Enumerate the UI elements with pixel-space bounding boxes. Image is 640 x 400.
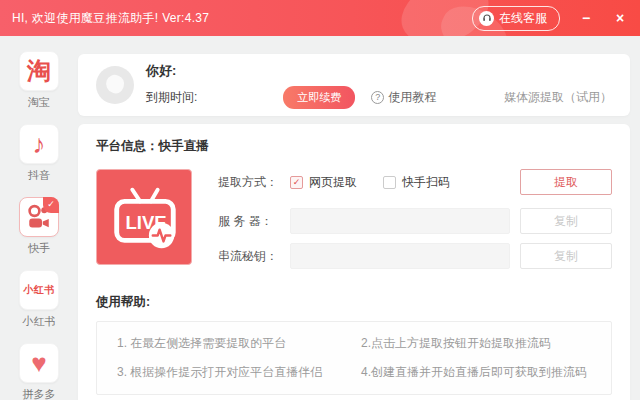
sidebar-item-douyin[interactable]: ♪ ✓ 抖音: [19, 124, 59, 183]
greeting-text: 你好:: [146, 62, 612, 80]
main-content: 你好: 到期时间: 立即续费 ? 使用教程 媒体源提取（试用） 平台信息：快手直…: [78, 36, 640, 400]
online-support-button[interactable]: 在线客服: [472, 6, 560, 31]
platform-panel: 平台信息：快手直播 LIVE: [78, 124, 630, 400]
minimize-button[interactable]: −: [578, 11, 594, 25]
help-title: 使用帮助:: [96, 294, 612, 311]
sidebar-item-pinduoduo[interactable]: ♥ ✓ 拼多多: [19, 343, 59, 400]
kuaishou-icon: ✓: [19, 197, 59, 237]
tutorial-label: 使用教程: [388, 89, 436, 106]
live-tv-icon: LIVE: [96, 169, 192, 265]
user-card: 你好: 到期时间: 立即续费 ? 使用教程 媒体源提取（试用）: [78, 54, 630, 116]
expire-time-label: 到期时间:: [146, 89, 197, 106]
server-input[interactable]: [290, 208, 510, 234]
copy-stream-key-button[interactable]: 复制: [520, 243, 612, 269]
checkbox-kuaishou-scan[interactable]: ✓ 快手扫码: [383, 174, 450, 191]
sidebar-item-label: 快手: [28, 241, 50, 256]
media-extract-link[interactable]: 媒体源提取（试用）: [504, 89, 612, 106]
sidebar-item-taobao[interactable]: 淘 ✓ 淘宝: [19, 51, 59, 110]
checkbox-icon: ✓: [290, 176, 303, 189]
close-button[interactable]: ×: [612, 11, 628, 25]
online-support-label: 在线客服: [499, 10, 547, 27]
checkbox-web-extract[interactable]: ✓ 网页提取: [290, 174, 357, 191]
stream-key-label: 串流秘钥：: [218, 248, 290, 265]
platform-sidebar: 淘 ✓ 淘宝 ♪ ✓ 抖音: [0, 36, 78, 400]
sidebar-item-xiaohongshu[interactable]: 小红书 ✓ 小红书: [19, 270, 59, 329]
selected-check-icon: ✓: [43, 197, 59, 213]
help-step-1: 1. 在最左侧选择需要提取的平台: [117, 335, 357, 352]
platform-info-title: 平台信息：快手直播: [96, 138, 612, 155]
help-box: 1. 在最左侧选择需要提取的平台 2.点击上方提取按钮开始提取推流码 3. 根据…: [96, 321, 612, 395]
copy-server-button[interactable]: 复制: [520, 208, 612, 234]
sidebar-item-label: 拼多多: [23, 387, 56, 400]
douyin-icon: ♪ ✓: [19, 124, 59, 164]
stream-key-input[interactable]: [290, 243, 510, 269]
extract-button[interactable]: 提取: [520, 169, 612, 195]
avatar: [96, 66, 134, 104]
taobao-icon: 淘 ✓: [19, 51, 59, 91]
renew-now-button[interactable]: 立即续费: [283, 86, 355, 109]
checkbox-icon: ✓: [383, 176, 396, 189]
app-window: HI, 欢迎使用魔豆推流助手! Ver:4.37 在线客服 − × 淘 ✓ 淘宝: [0, 0, 640, 400]
sidebar-item-kuaishou[interactable]: ✓ 快手: [19, 197, 59, 256]
help-step-2: 2.点击上方提取按钮开始提取推流码: [361, 335, 591, 352]
question-icon: ?: [371, 91, 384, 104]
window-title: HI, 欢迎使用魔豆推流助手! Ver:4.37: [12, 10, 209, 27]
checkbox-label: 网页提取: [309, 174, 357, 191]
headset-icon: [479, 11, 494, 26]
tutorial-link[interactable]: ? 使用教程: [371, 89, 436, 106]
xiaohongshu-icon: 小红书 ✓: [19, 270, 59, 310]
pinduoduo-icon: ♥ ✓: [19, 343, 59, 383]
extract-method-label: 提取方式：: [218, 174, 290, 191]
titlebar: HI, 欢迎使用魔豆推流助手! Ver:4.37 在线客服 − ×: [0, 0, 640, 36]
sidebar-item-label: 淘宝: [28, 95, 50, 110]
help-step-4: 4.创建直播并开始直播后即可获取到推流码: [361, 364, 591, 381]
sidebar-item-label: 抖音: [28, 168, 50, 183]
help-step-3: 3. 根据操作提示打开对应平台直播伴侣: [117, 364, 357, 381]
sidebar-item-label: 小红书: [23, 314, 56, 329]
checkbox-label: 快手扫码: [402, 174, 450, 191]
server-label: 服 务 器：: [218, 213, 290, 230]
